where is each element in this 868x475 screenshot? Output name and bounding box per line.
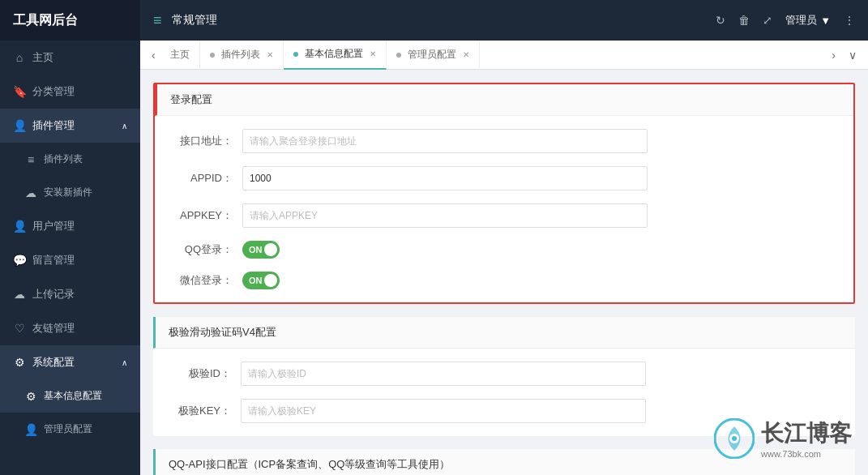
gear-icon: ⚙ <box>24 390 37 403</box>
appkey-row: APPKEY： <box>168 203 840 228</box>
cloud-icon: ☁ <box>24 186 37 199</box>
sidebar-item-plugin[interactable]: 👤 插件管理 ∧ <box>0 109 140 143</box>
appid-input[interactable] <box>242 166 648 190</box>
chevron-up-icon: ∧ <box>122 358 127 367</box>
tab-basic-config-close[interactable]: ✕ <box>370 49 376 58</box>
tab-down-btn[interactable]: ∨ <box>844 49 862 62</box>
tab-active-dot <box>293 52 298 57</box>
sidebar: 工具网后台 ⌂ 主页 🔖 分类管理 👤 插件管理 ∧ ≡ 插件列表 ☁ 安装新插… <box>0 0 140 475</box>
qq-api-header: QQ-API接口配置（ICP备案查询、QQ等级查询等工具使用） <box>153 449 855 475</box>
captcha-section: 极验滑动验证码V4配置 极验ID： 极验KEY： <box>153 317 855 436</box>
wechat-toggle-thumb <box>264 274 277 287</box>
appid-row: APPID： <box>168 166 840 190</box>
header-actions: ↻ 🗑 ⤢ 管理员 ▼ ⋮ <box>716 13 855 28</box>
admin-icon: 👤 <box>24 423 37 436</box>
sidebar-logo: 工具网后台 <box>0 0 140 41</box>
tabbar: ‹ 主页 插件列表 ✕ 基本信息配置 ✕ 管理员配置 ✕ › ∨ <box>140 41 868 70</box>
qq-login-row: QQ登录： ON <box>168 241 840 259</box>
appkey-label: APPKEY： <box>168 208 233 223</box>
tab-dot <box>210 53 215 58</box>
upload-icon: ☁ <box>13 288 26 301</box>
system-icon: ⚙ <box>13 356 26 369</box>
qq-login-toggle[interactable]: ON <box>242 241 280 259</box>
user-menu[interactable]: 管理员 ▼ <box>785 13 831 28</box>
fullscreen-icon[interactable]: ⤢ <box>763 14 772 27</box>
appkey-input[interactable] <box>242 203 648 228</box>
sidebar-item-user[interactable]: 👤 用户管理 <box>0 209 140 243</box>
captcha-id-row: 极验ID： <box>166 362 842 386</box>
header-title: 常规管理 <box>172 13 217 28</box>
api-url-input[interactable] <box>242 129 648 153</box>
captcha-key-input[interactable] <box>241 399 646 423</box>
delete-icon[interactable]: 🗑 <box>738 14 750 27</box>
wechat-login-row: 微信登录： ON <box>168 272 840 289</box>
comment-icon: 💬 <box>13 254 26 267</box>
captcha-id-input[interactable] <box>241 362 646 386</box>
main-area: ≡ 常规管理 ↻ 🗑 ⤢ 管理员 ▼ ⋮ ‹ 主页 插件列表 ✕ 基本信息配置 … <box>140 0 868 475</box>
wechat-login-label: 微信登录： <box>168 273 233 288</box>
chevron-down-icon: ∧ <box>122 122 127 131</box>
list-icon: ≡ <box>24 153 37 166</box>
login-config-section: 登录配置 接口地址： APPID： APPKEY： QQ登录： <box>153 83 855 304</box>
header: ≡ 常规管理 ↻ 🗑 ⤢ 管理员 ▼ ⋮ <box>140 0 868 41</box>
login-config-body: 接口地址： APPID： APPKEY： QQ登录： ON <box>155 116 853 302</box>
qq-api-section: QQ-API接口配置（ICP备案查询、QQ等级查询等工具使用） <box>153 449 855 475</box>
api-url-label: 接口地址： <box>168 134 233 148</box>
tab-admin-config[interactable]: 管理员配置 ✕ <box>387 41 480 70</box>
tab-dot-admin <box>396 53 401 58</box>
sidebar-item-install-plugin[interactable]: ☁ 安装新插件 <box>0 176 140 209</box>
refresh-icon[interactable]: ↻ <box>716 14 725 27</box>
username-label: 管理员 <box>785 13 817 28</box>
api-url-row: 接口地址： <box>168 129 840 153</box>
qq-login-label: QQ登录： <box>168 242 233 257</box>
wechat-toggle-track: ON <box>242 272 280 289</box>
content-area: 登录配置 接口地址： APPID： APPKEY： QQ登录： <box>140 70 868 475</box>
tab-plugin-list[interactable]: 插件列表 ✕ <box>200 41 284 70</box>
menu-toggle-icon[interactable]: ≡ <box>153 12 162 29</box>
tab-next-btn[interactable]: › <box>827 49 840 62</box>
sidebar-item-system[interactable]: ⚙ 系统配置 ∧ <box>0 345 140 379</box>
captcha-key-row: 极验KEY： <box>166 399 842 423</box>
tab-basic-config[interactable]: 基本信息配置 ✕ <box>284 41 387 70</box>
login-config-header: 登录配置 <box>155 84 853 116</box>
user-icon: 👤 <box>13 220 26 233</box>
home-icon: ⌂ <box>13 51 26 64</box>
sidebar-item-admin-config[interactable]: 👤 管理员配置 <box>0 413 140 446</box>
captcha-body: 极验ID： 极验KEY： <box>153 349 855 436</box>
tabbar-end: › ∨ <box>827 49 862 62</box>
wechat-toggle-on-label: ON <box>249 276 263 285</box>
friend-icon: ♡ <box>13 322 26 335</box>
captcha-id-label: 极验ID： <box>166 366 231 381</box>
plugin-icon: 👤 <box>13 119 26 132</box>
tab-admin-config-close[interactable]: ✕ <box>463 50 469 59</box>
sidebar-item-category[interactable]: 🔖 分类管理 <box>0 75 140 109</box>
more-icon[interactable]: ⋮ <box>844 14 855 27</box>
dropdown-icon: ▼ <box>820 15 831 27</box>
wechat-login-toggle[interactable]: ON <box>242 272 280 289</box>
sidebar-item-home[interactable]: ⌂ 主页 <box>0 41 140 75</box>
captcha-header: 极验滑动验证码V4配置 <box>153 317 855 349</box>
qq-toggle-on-label: ON <box>249 245 263 255</box>
tab-prev-btn[interactable]: ‹ <box>147 49 160 62</box>
qq-toggle-thumb <box>264 243 277 256</box>
sidebar-item-plugin-list[interactable]: ≡ 插件列表 <box>0 143 140 176</box>
sidebar-item-comment[interactable]: 💬 留言管理 <box>0 243 140 277</box>
captcha-key-label: 极验KEY： <box>166 404 231 418</box>
category-icon: 🔖 <box>13 85 26 98</box>
tab-home[interactable]: 主页 <box>160 41 200 70</box>
appid-label: APPID： <box>168 171 233 186</box>
tab-plugin-list-close[interactable]: ✕ <box>267 50 273 59</box>
qq-toggle-track: ON <box>242 241 280 259</box>
sidebar-item-upload[interactable]: ☁ 上传记录 <box>0 277 140 311</box>
sidebar-item-friend[interactable]: ♡ 友链管理 <box>0 311 140 345</box>
sidebar-item-basic-config[interactable]: ⚙ 基本信息配置 <box>0 379 140 413</box>
